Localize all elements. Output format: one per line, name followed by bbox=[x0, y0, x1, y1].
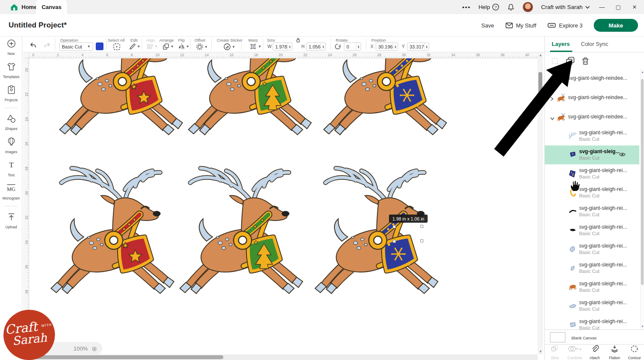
project-title[interactable]: Untitled Project* bbox=[9, 21, 67, 30]
height-stepper[interactable]: ▲▼ bbox=[321, 43, 325, 50]
layer-operation: Basic Cut bbox=[579, 269, 599, 274]
layers-scroll-up-icon[interactable]: ▲ bbox=[641, 70, 644, 73]
help-button[interactable]: Help ? bbox=[478, 3, 499, 11]
toolbar-separator bbox=[331, 39, 331, 50]
sidebar-item-shapes[interactable]: Shapes bbox=[0, 112, 22, 133]
delete-layer-icon[interactable] bbox=[581, 57, 590, 67]
selection-handle-bottom-right[interactable] bbox=[420, 239, 423, 242]
layer-row[interactable]: svg-giant-sleigh-reindee... bbox=[545, 69, 639, 88]
width-field[interactable]: 1.978 ▲▼ bbox=[273, 42, 292, 51]
visibility-eye-icon[interactable] bbox=[619, 151, 626, 159]
color-swatch[interactable] bbox=[96, 42, 103, 50]
layer-row[interactable]: svg-giant-sleigh-rei...Basic Cut bbox=[545, 164, 639, 183]
arrange-button[interactable]: ▼ bbox=[162, 43, 174, 50]
reindeer-graphic-snowflake[interactable] bbox=[322, 58, 451, 142]
flip-button[interactable]: ▼ bbox=[178, 43, 189, 50]
my-stuff-button[interactable]: My Stuff bbox=[505, 22, 536, 29]
sidebar-item-upload[interactable]: Upload bbox=[0, 210, 22, 231]
sidebar-item-monogram[interactable]: MG Monogram bbox=[0, 181, 22, 203]
layers-scrollbar[interactable]: ▲ ▼ bbox=[640, 69, 644, 330]
chevron-right-icon[interactable] bbox=[550, 95, 554, 103]
layer-row[interactable]: svg-giant-sleigh-rei...Basic Cut bbox=[545, 296, 639, 315]
contour-button[interactable]: Contour bbox=[625, 345, 644, 360]
layer-row-selected[interactable]: svg-giant-sleig...Basic Cut bbox=[545, 145, 639, 164]
sidebar-item-images[interactable]: Images bbox=[0, 135, 22, 156]
tab-canvas[interactable]: Canvas bbox=[36, 0, 67, 14]
layers-scrollbar-thumb[interactable] bbox=[641, 79, 644, 285]
tab-layers[interactable]: Layers bbox=[552, 41, 570, 47]
close-button[interactable]: ✕ bbox=[630, 4, 639, 10]
lock-ratio-icon[interactable] bbox=[295, 37, 301, 43]
bell-icon[interactable] bbox=[507, 3, 515, 11]
scroll-up-icon[interactable]: ▲ bbox=[539, 53, 542, 57]
width-stepper[interactable]: ▲▼ bbox=[287, 43, 292, 50]
operation-dropdown[interactable]: Basic Cut▼ bbox=[59, 42, 93, 51]
selection-handle-bottom-left[interactable] bbox=[393, 240, 396, 243]
layer-row[interactable]: svg-giant-sleigh-rei...Basic Cut bbox=[545, 240, 639, 259]
rotate-stepper[interactable]: ▲▼ bbox=[356, 43, 361, 50]
layer-thumbnail bbox=[568, 207, 577, 218]
flatten-button[interactable]: Flatten bbox=[605, 345, 624, 360]
account-menu[interactable]: Craft with Sarah bbox=[541, 4, 590, 10]
layer-row[interactable]: svg-giant-sleigh-rei...Basic Cut bbox=[545, 259, 639, 278]
reindeer-graphic-tree[interactable] bbox=[187, 58, 316, 142]
multi-select-icon[interactable] bbox=[551, 57, 560, 68]
attach-button[interactable]: Attach bbox=[585, 345, 605, 360]
horizontal-scrollbar-thumb[interactable] bbox=[34, 355, 223, 359]
duplicate-layer-icon[interactable] bbox=[565, 56, 575, 68]
blank-canvas-row[interactable]: Blank Canvas bbox=[545, 330, 644, 344]
svg-text:T: T bbox=[9, 161, 14, 169]
reindeer-graphic-snowflake[interactable] bbox=[313, 159, 442, 300]
layer-operation: Basic Cut bbox=[579, 306, 599, 312]
tab-color-sync[interactable]: Color Sync bbox=[581, 41, 608, 47]
zoom-in-button[interactable]: ⊕ bbox=[91, 345, 97, 353]
layer-row[interactable]: svg-giant-sleigh-rei...Basic Cut bbox=[545, 278, 639, 296]
ruler-number: 20 bbox=[279, 53, 283, 57]
x-stepper[interactable]: ▲▼ bbox=[393, 43, 398, 50]
layer-row[interactable]: svg-giant-sleigh-rei...Basic Cut bbox=[545, 315, 639, 330]
design-canvas[interactable] bbox=[29, 58, 538, 354]
redo-button[interactable] bbox=[43, 41, 51, 48]
sidebar-item-projects[interactable]: Projects bbox=[0, 83, 22, 104]
x-position-field[interactable]: 30.196 ▲▼ bbox=[376, 42, 398, 51]
warp-button[interactable]: ▼ bbox=[249, 43, 261, 50]
sidebar-item-text[interactable]: T Text bbox=[0, 158, 22, 179]
reindeer-graphic-stars[interactable] bbox=[49, 159, 178, 300]
overflow-menu-icon[interactable]: ••• bbox=[462, 4, 471, 10]
layer-row[interactable]: svg-giant-sleigh-rei...Basic Cut bbox=[545, 183, 639, 202]
machine-selector[interactable]: Explore 3 bbox=[547, 22, 583, 29]
rotate-field[interactable]: 0 ▲▼ bbox=[344, 42, 361, 51]
layer-row[interactable]: svg-giant-sleigh-reindee... bbox=[545, 88, 639, 107]
offset-button[interactable]: ▼ bbox=[196, 43, 208, 51]
flatten-icon bbox=[610, 345, 619, 355]
vertical-scrollbar[interactable]: ▲▼ bbox=[538, 52, 543, 354]
chevron-down-icon[interactable] bbox=[550, 115, 555, 122]
selection-handle-top-left[interactable] bbox=[393, 225, 396, 228]
y-stepper[interactable]: ▲▼ bbox=[424, 43, 429, 50]
make-button[interactable]: Make bbox=[594, 19, 638, 32]
horizontal-scrollbar[interactable]: ◀ bbox=[29, 354, 538, 360]
sidebar-item-templates[interactable]: Templates bbox=[0, 60, 22, 81]
edit-button[interactable]: ▼ bbox=[129, 43, 140, 50]
layer-row[interactable]: svg-giant-sleigh-reindee... bbox=[545, 107, 639, 127]
height-field[interactable]: 1.056 ▲▼ bbox=[306, 42, 326, 51]
selection-handle-top-right[interactable] bbox=[420, 225, 423, 228]
layers-scroll-down-icon[interactable]: ▼ bbox=[641, 325, 644, 328]
scroll-down-icon[interactable]: ▼ bbox=[539, 350, 542, 354]
layer-row[interactable]: svg-giant-sleigh-rei...Basic Cut bbox=[545, 221, 639, 240]
layer-row[interactable]: svg-giant-sleigh-rei...Basic Cut bbox=[545, 202, 639, 221]
save-button[interactable]: Save bbox=[481, 22, 494, 29]
y-position-field[interactable]: 33.317 ▲▼ bbox=[407, 42, 429, 51]
minimize-button[interactable]: — bbox=[598, 4, 606, 10]
create-sticker-button[interactable]: ▼ bbox=[223, 43, 235, 51]
maximize-button[interactable]: ▢ bbox=[614, 4, 623, 10]
sidebar-item-new[interactable]: New bbox=[0, 36, 22, 58]
reindeer-graphic-stars[interactable] bbox=[58, 58, 187, 142]
undo-button[interactable] bbox=[29, 41, 37, 48]
layer-row[interactable]: svg-giant-sleigh-rei...Basic Cut bbox=[545, 127, 639, 145]
align-button[interactable]: ▼ bbox=[146, 43, 158, 50]
vertical-scrollbar-thumb[interactable] bbox=[538, 72, 542, 103]
user-avatar[interactable] bbox=[522, 2, 533, 12]
select-all-button[interactable] bbox=[113, 43, 121, 51]
reindeer-graphic-tree[interactable] bbox=[178, 159, 307, 300]
